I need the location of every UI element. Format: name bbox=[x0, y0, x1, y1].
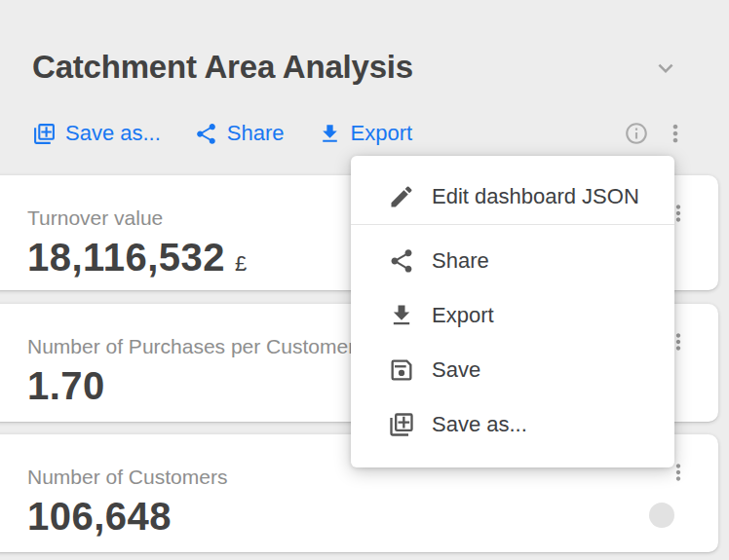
download-icon bbox=[388, 302, 415, 329]
save-as-button[interactable]: Save as... bbox=[32, 121, 161, 146]
kebab-icon bbox=[662, 120, 689, 147]
floating-dot bbox=[649, 503, 674, 528]
menu-item-edit-dashboard-json[interactable]: Edit dashboard JSON bbox=[351, 169, 674, 224]
save-as-label: Save as... bbox=[65, 121, 161, 146]
toolbar-right bbox=[624, 118, 689, 149]
more-options-button[interactable] bbox=[662, 120, 689, 147]
export-label: Export bbox=[351, 121, 413, 146]
info-icon[interactable] bbox=[624, 121, 649, 146]
menu-item-label: Export bbox=[432, 303, 494, 328]
save-as-icon bbox=[32, 122, 57, 146]
save-as-icon bbox=[388, 411, 415, 438]
menu-item-save[interactable]: Save bbox=[351, 343, 674, 397]
menu-item-label: Save as... bbox=[432, 412, 527, 437]
download-icon bbox=[318, 122, 342, 146]
menu-item-label: Edit dashboard JSON bbox=[432, 184, 639, 209]
share-icon bbox=[388, 247, 415, 275]
save-icon bbox=[388, 356, 415, 384]
context-menu: Edit dashboard JSON Share Export Save Sa… bbox=[351, 156, 674, 467]
dashboard-page: { "header": { "title": "Catchment Area A… bbox=[0, 0, 729, 560]
edit-icon bbox=[388, 183, 415, 210]
menu-item-save-as[interactable]: Save as... bbox=[351, 397, 674, 452]
kpi-value: 106,648 bbox=[27, 495, 172, 538]
menu-item-label: Share bbox=[432, 248, 489, 274]
toolbar: Save as... Share Export bbox=[32, 118, 412, 149]
kpi-value: 18,116,532 bbox=[27, 236, 225, 279]
menu-divider bbox=[351, 224, 674, 225]
share-button[interactable]: Share bbox=[194, 121, 285, 146]
chevron-down-icon[interactable] bbox=[651, 54, 680, 83]
kpi-value: 1.70 bbox=[27, 364, 105, 407]
export-button[interactable]: Export bbox=[318, 121, 413, 146]
kpi-label: Number of Customers bbox=[27, 464, 718, 490]
share-icon bbox=[194, 122, 218, 146]
menu-item-export[interactable]: Export bbox=[351, 288, 674, 343]
menu-item-share[interactable]: Share bbox=[351, 234, 674, 288]
kpi-unit: £ bbox=[235, 251, 247, 277]
menu-item-label: Save bbox=[432, 357, 480, 383]
page-title: Catchment Area Analysis bbox=[32, 49, 413, 86]
share-label: Share bbox=[227, 121, 285, 146]
